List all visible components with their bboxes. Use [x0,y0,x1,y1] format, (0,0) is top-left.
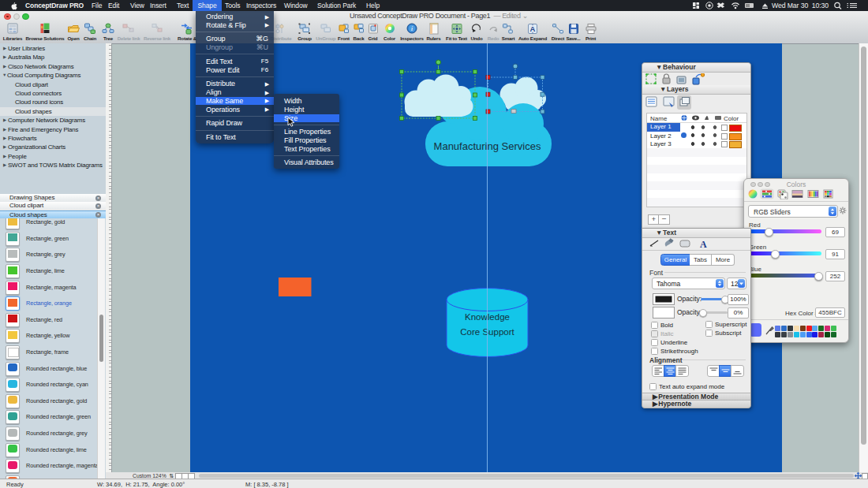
svg-text:A: A [700,239,707,249]
